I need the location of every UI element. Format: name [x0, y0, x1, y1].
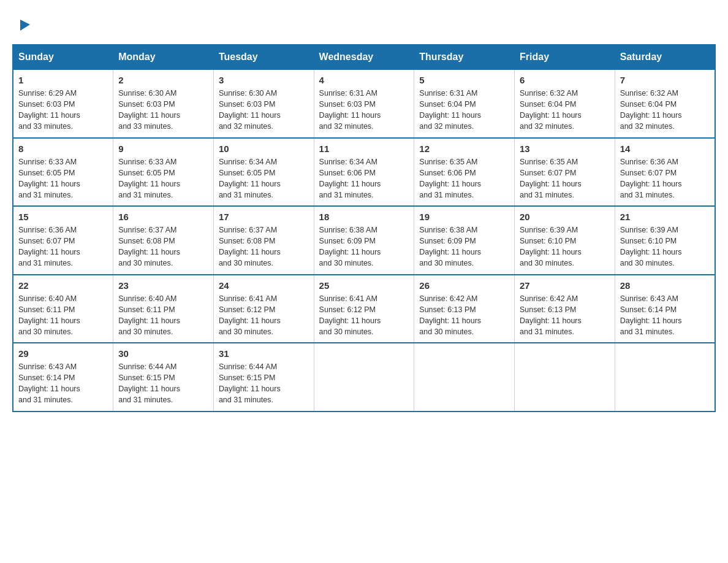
day-number: 4 [319, 75, 409, 85]
day-number: 14 [620, 144, 710, 154]
day-number: 13 [520, 144, 610, 154]
day-number: 7 [620, 75, 710, 85]
day-number: 23 [118, 280, 208, 291]
day-info: Sunrise: 6:32 AM Sunset: 6:04 PM Dayligh… [520, 88, 610, 132]
day-info: Sunrise: 6:29 AM Sunset: 6:03 PM Dayligh… [18, 88, 108, 132]
day-info: Sunrise: 6:44 AM Sunset: 6:15 PM Dayligh… [118, 361, 208, 406]
calendar-cell: 13Sunrise: 6:35 AM Sunset: 6:07 PM Dayli… [515, 138, 615, 207]
day-info: Sunrise: 6:41 AM Sunset: 6:12 PM Dayligh… [219, 293, 309, 338]
calendar-cell: 12Sunrise: 6:35 AM Sunset: 6:06 PM Dayli… [414, 138, 515, 207]
day-info: Sunrise: 6:31 AM Sunset: 6:04 PM Dayligh… [419, 88, 509, 132]
day-info: Sunrise: 6:43 AM Sunset: 6:14 PM Dayligh… [18, 361, 108, 406]
day-number: 10 [219, 144, 309, 154]
calendar-cell [414, 343, 515, 412]
calendar-cell [615, 343, 715, 412]
day-info: Sunrise: 6:44 AM Sunset: 6:15 PM Dayligh… [219, 361, 309, 406]
calendar-header-row: SundayMondayTuesdayWednesdayThursdayFrid… [13, 45, 715, 69]
calendar-cell: 6Sunrise: 6:32 AM Sunset: 6:04 PM Daylig… [515, 69, 615, 138]
day-info: Sunrise: 6:33 AM Sunset: 6:05 PM Dayligh… [18, 156, 108, 201]
calendar-header-monday: Monday [113, 45, 214, 69]
calendar-cell: 28Sunrise: 6:43 AM Sunset: 6:14 PM Dayli… [615, 275, 715, 343]
calendar-cell: 17Sunrise: 6:37 AM Sunset: 6:08 PM Dayli… [213, 206, 314, 275]
calendar-cell: 29Sunrise: 6:43 AM Sunset: 6:14 PM Dayli… [13, 343, 113, 412]
calendar-cell: 19Sunrise: 6:38 AM Sunset: 6:09 PM Dayli… [414, 206, 515, 275]
logo-flag-icon [19, 18, 32, 32]
day-info: Sunrise: 6:42 AM Sunset: 6:13 PM Dayligh… [419, 293, 509, 338]
day-number: 27 [520, 280, 610, 291]
calendar-cell: 8Sunrise: 6:33 AM Sunset: 6:05 PM Daylig… [13, 138, 113, 207]
day-number: 3 [219, 75, 309, 85]
calendar-cell: 5Sunrise: 6:31 AM Sunset: 6:04 PM Daylig… [414, 69, 515, 138]
day-number: 16 [118, 212, 208, 222]
calendar-cell: 16Sunrise: 6:37 AM Sunset: 6:08 PM Dayli… [113, 206, 214, 275]
day-number: 17 [219, 212, 309, 222]
calendar-cell: 24Sunrise: 6:41 AM Sunset: 6:12 PM Dayli… [213, 275, 314, 343]
day-number: 1 [18, 75, 108, 85]
calendar-cell: 3Sunrise: 6:30 AM Sunset: 6:03 PM Daylig… [213, 69, 314, 138]
day-number: 8 [18, 144, 108, 154]
calendar-week-row: 8Sunrise: 6:33 AM Sunset: 6:05 PM Daylig… [13, 138, 715, 207]
calendar-header-thursday: Thursday [414, 45, 515, 69]
calendar-week-row: 1Sunrise: 6:29 AM Sunset: 6:03 PM Daylig… [13, 69, 715, 138]
calendar-cell: 10Sunrise: 6:34 AM Sunset: 6:05 PM Dayli… [213, 138, 314, 207]
day-info: Sunrise: 6:41 AM Sunset: 6:12 PM Dayligh… [319, 293, 409, 338]
calendar-cell: 4Sunrise: 6:31 AM Sunset: 6:03 PM Daylig… [314, 69, 414, 138]
day-info: Sunrise: 6:37 AM Sunset: 6:08 PM Dayligh… [118, 224, 208, 269]
day-info: Sunrise: 6:39 AM Sunset: 6:10 PM Dayligh… [620, 224, 710, 269]
day-number: 6 [520, 75, 610, 85]
day-info: Sunrise: 6:36 AM Sunset: 6:07 PM Dayligh… [620, 156, 710, 201]
calendar-cell: 27Sunrise: 6:42 AM Sunset: 6:13 PM Dayli… [515, 275, 615, 343]
day-info: Sunrise: 6:37 AM Sunset: 6:08 PM Dayligh… [219, 224, 309, 269]
day-number: 22 [18, 280, 108, 291]
day-info: Sunrise: 6:40 AM Sunset: 6:11 PM Dayligh… [18, 293, 108, 338]
day-number: 24 [219, 280, 309, 291]
calendar-cell: 31Sunrise: 6:44 AM Sunset: 6:15 PM Dayli… [213, 343, 314, 412]
day-number: 18 [319, 212, 409, 222]
page-header [12, 12, 716, 32]
day-info: Sunrise: 6:32 AM Sunset: 6:04 PM Dayligh… [620, 88, 710, 132]
calendar-cell: 15Sunrise: 6:36 AM Sunset: 6:07 PM Dayli… [13, 206, 113, 275]
day-number: 20 [520, 212, 610, 222]
day-number: 21 [620, 212, 710, 222]
day-info: Sunrise: 6:38 AM Sunset: 6:09 PM Dayligh… [319, 224, 409, 269]
calendar-cell: 2Sunrise: 6:30 AM Sunset: 6:03 PM Daylig… [113, 69, 214, 138]
calendar-table: SundayMondayTuesdayWednesdayThursdayFrid… [12, 44, 716, 412]
day-info: Sunrise: 6:30 AM Sunset: 6:03 PM Dayligh… [219, 88, 309, 132]
calendar-header-friday: Friday [515, 45, 615, 69]
calendar-cell: 18Sunrise: 6:38 AM Sunset: 6:09 PM Dayli… [314, 206, 414, 275]
calendar-cell [515, 343, 615, 412]
day-info: Sunrise: 6:39 AM Sunset: 6:10 PM Dayligh… [520, 224, 610, 269]
calendar-cell: 23Sunrise: 6:40 AM Sunset: 6:11 PM Dayli… [113, 275, 214, 343]
day-info: Sunrise: 6:38 AM Sunset: 6:09 PM Dayligh… [419, 224, 509, 269]
calendar-header-wednesday: Wednesday [314, 45, 414, 69]
day-info: Sunrise: 6:43 AM Sunset: 6:14 PM Dayligh… [620, 293, 710, 338]
calendar-cell: 9Sunrise: 6:33 AM Sunset: 6:05 PM Daylig… [113, 138, 214, 207]
day-number: 30 [118, 348, 208, 359]
day-number: 19 [419, 212, 509, 222]
day-info: Sunrise: 6:36 AM Sunset: 6:07 PM Dayligh… [18, 224, 108, 269]
day-number: 2 [118, 75, 208, 85]
calendar-cell: 1Sunrise: 6:29 AM Sunset: 6:03 PM Daylig… [13, 69, 113, 138]
calendar-cell: 30Sunrise: 6:44 AM Sunset: 6:15 PM Dayli… [113, 343, 214, 412]
logo [18, 18, 33, 32]
calendar-cell: 22Sunrise: 6:40 AM Sunset: 6:11 PM Dayli… [13, 275, 113, 343]
day-number: 31 [219, 348, 309, 359]
day-number: 5 [419, 75, 509, 85]
day-info: Sunrise: 6:42 AM Sunset: 6:13 PM Dayligh… [520, 293, 610, 338]
calendar-cell: 25Sunrise: 6:41 AM Sunset: 6:12 PM Dayli… [314, 275, 414, 343]
calendar-cell: 26Sunrise: 6:42 AM Sunset: 6:13 PM Dayli… [414, 275, 515, 343]
day-number: 9 [118, 144, 208, 154]
calendar-cell: 7Sunrise: 6:32 AM Sunset: 6:04 PM Daylig… [615, 69, 715, 138]
day-number: 29 [18, 348, 108, 359]
calendar-header-tuesday: Tuesday [213, 45, 314, 69]
day-info: Sunrise: 6:34 AM Sunset: 6:06 PM Dayligh… [319, 156, 409, 201]
day-info: Sunrise: 6:35 AM Sunset: 6:07 PM Dayligh… [520, 156, 610, 201]
day-info: Sunrise: 6:35 AM Sunset: 6:06 PM Dayligh… [419, 156, 509, 201]
calendar-cell: 20Sunrise: 6:39 AM Sunset: 6:10 PM Dayli… [515, 206, 615, 275]
day-info: Sunrise: 6:33 AM Sunset: 6:05 PM Dayligh… [118, 156, 208, 201]
day-info: Sunrise: 6:34 AM Sunset: 6:05 PM Dayligh… [219, 156, 309, 201]
svg-marker-0 [20, 20, 30, 31]
day-number: 28 [620, 280, 710, 291]
day-number: 11 [319, 144, 409, 154]
day-number: 15 [18, 212, 108, 222]
